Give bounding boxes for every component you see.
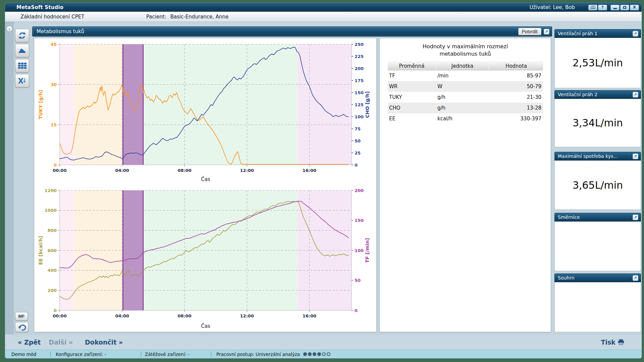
- results-table-title-line1: Hodnoty v maximálním rozmezí: [380, 43, 551, 50]
- title-bar: MetaSoft Studio Uživatel: Lee, Bob ? X: [5, 3, 642, 12]
- svg-text:0: 0: [355, 163, 358, 168]
- svg-text:45: 45: [51, 42, 57, 47]
- threshold-value: 2,53L/min: [573, 57, 623, 69]
- svg-text:125: 125: [355, 102, 364, 107]
- svg-text:50: 50: [355, 138, 361, 143]
- maximize-button[interactable]: [620, 5, 629, 10]
- side-panel-guidelines: Směrnice ↗: [554, 213, 641, 271]
- page-title: Základní hodnocení CPET: [20, 14, 84, 20]
- confirm-button[interactable]: Potvrdit: [518, 28, 541, 35]
- refresh-button[interactable]: [15, 29, 29, 42]
- svg-text:Čas: Čas: [201, 323, 210, 329]
- side-panel-title: Souhrn: [558, 275, 575, 281]
- data-grid-button[interactable]: [15, 59, 29, 72]
- status-device-config: Konfigurace zařízení: -: [51, 352, 141, 357]
- status-bar: Demo mód Konfigurace zařízení: - Zátěžov…: [5, 350, 642, 358]
- side-panel-ventilatory-threshold-2: Ventilační práh 2 ↗ 3,34L/min: [554, 90, 641, 147]
- excel-export-icon: [18, 77, 26, 84]
- next-button[interactable]: Další »: [49, 339, 73, 346]
- threshold-value: 3,34L/min: [573, 117, 623, 129]
- cell-unit: /min: [436, 73, 489, 79]
- cell-value: 50-79: [489, 83, 543, 89]
- popout-icon[interactable]: ↗: [544, 29, 549, 35]
- svg-text:04:00: 04:00: [115, 168, 129, 173]
- table-row: TF /min 85-97: [388, 70, 543, 81]
- svg-text:400: 400: [48, 268, 57, 273]
- excel-export-button[interactable]: [15, 74, 29, 87]
- cell-unit: W: [436, 83, 489, 89]
- svg-text:25: 25: [355, 150, 361, 156]
- progress-dot: [322, 352, 326, 356]
- svg-text:12:00: 12:00: [240, 313, 254, 318]
- side-panel-max-oxygen-uptake: Maximální spotřeba kys... ↗ 3,65L/min: [554, 152, 641, 210]
- svg-text:600: 600: [48, 248, 57, 253]
- side-panel-title: Ventilační práh 1: [558, 31, 597, 36]
- maximize-icon: [623, 6, 626, 9]
- results-table-title-line2: metabolismus tuků: [380, 50, 551, 58]
- printer-icon: [618, 339, 624, 345]
- svg-text:200: 200: [48, 288, 57, 293]
- print-label: Tisk: [601, 339, 615, 346]
- svg-text:16:00: 16:00: [303, 313, 316, 318]
- popout-icon[interactable]: ↗: [633, 275, 638, 281]
- desktop-background: MetaSoft Studio Uživatel: Lee, Bob ? X Z…: [0, 0, 644, 362]
- popout-icon[interactable]: ↗: [633, 31, 638, 37]
- wizard-navigation-bar: « Zpět Další » Dokončit » Tisk: [5, 334, 642, 350]
- svg-text:08:00: 08:00: [177, 168, 191, 173]
- progress-dot: [308, 352, 312, 356]
- side-panel-title: Směrnice: [558, 215, 580, 220]
- charts-panel: 0153045025507510012515017520022525000:00…: [34, 38, 377, 332]
- svg-text:50: 50: [355, 278, 361, 283]
- chevron-right-icon: ›: [9, 26, 10, 32]
- status-workflow-label: Pracovní postup: Univerzální analýza: [216, 352, 300, 357]
- sidebar-collapse-strip: ›: [5, 22, 14, 334]
- back-button[interactable]: « Zpět: [18, 339, 41, 346]
- cell-variable: EE: [388, 116, 436, 122]
- user-label: Uživatel: Lee, Bob: [530, 4, 575, 10]
- results-table-panel: Hodnoty v maximálním rozmezí metabolismu…: [379, 38, 551, 332]
- fat-metabolism-top-chart: 0153045025507510012515017520022525000:00…: [35, 39, 375, 186]
- close-button[interactable]: X: [630, 5, 639, 10]
- svg-text:08:00: 08:00: [177, 313, 191, 318]
- collapse-panel-button[interactable]: ›: [6, 26, 12, 32]
- popout-icon[interactable]: ↗: [633, 215, 638, 220]
- undo-button[interactable]: [15, 322, 29, 332]
- svg-text:200: 200: [355, 66, 364, 71]
- print-button[interactable]: Tisk: [601, 339, 624, 346]
- refresh-icon: [18, 32, 26, 40]
- threshold-value: 3,65L/min: [573, 179, 623, 191]
- grid-icon: [18, 62, 27, 69]
- status-mode: Demo mód: [5, 352, 50, 357]
- svg-text:100: 100: [355, 114, 364, 119]
- cell-value: 330-397: [489, 116, 543, 122]
- panel-title: Metabolismus tuků: [37, 28, 84, 35]
- slope-tool-button[interactable]: [15, 44, 29, 57]
- svg-text:Čas: Čas: [201, 176, 210, 182]
- progress-dot: [313, 352, 316, 356]
- svg-text:250: 250: [355, 42, 364, 47]
- mf-button[interactable]: MF: [15, 312, 28, 320]
- popout-icon[interactable]: ↗: [633, 154, 638, 159]
- minimize-button[interactable]: [610, 5, 620, 10]
- help-button[interactable]: ?: [598, 5, 607, 10]
- results-table-header: Proměnná Jednotka Hodnota: [388, 62, 543, 70]
- status-load-device: Zátěžové zařízení: -: [141, 352, 211, 357]
- svg-text:TUKY [g/h]: TUKY [g/h]: [38, 90, 43, 119]
- content-area: ›: [5, 22, 642, 334]
- svg-text:200: 200: [355, 188, 364, 193]
- patient-info: Pacient:Basic-Endurance, Anne: [146, 14, 228, 20]
- svg-text:150: 150: [355, 218, 364, 223]
- column-header-unit: Jednotka: [436, 62, 489, 70]
- cell-unit: g/h: [436, 94, 489, 100]
- svg-text:TF [/min]: TF [/min]: [365, 238, 370, 263]
- cell-value: 13-28: [489, 105, 543, 111]
- table-row: EE kcal/h 330-397: [388, 113, 543, 124]
- manual-button[interactable]: [588, 5, 597, 10]
- side-panel-header: Ventilační práh 1 ↗: [554, 29, 641, 38]
- panel-header-fat-metabolism: Metabolismus tuků Potvrdit ↗: [32, 26, 552, 37]
- popout-icon[interactable]: ↗: [633, 92, 638, 98]
- svg-text:30: 30: [51, 82, 57, 87]
- finish-button[interactable]: Dokončit »: [85, 339, 123, 346]
- book-icon: [591, 6, 595, 9]
- side-panel-header: Maximální spotřeba kys... ↗: [554, 152, 641, 161]
